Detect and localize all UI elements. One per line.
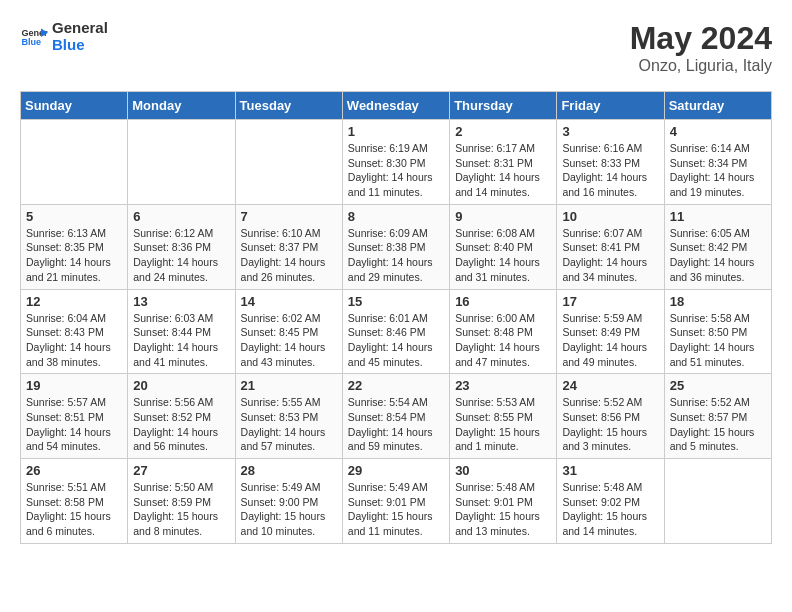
col-header-wednesday: Wednesday [342, 92, 449, 120]
day-number: 29 [348, 463, 444, 478]
calendar-cell: 21Sunrise: 5:55 AM Sunset: 8:53 PM Dayli… [235, 374, 342, 459]
cell-info: Sunrise: 6:07 AM Sunset: 8:41 PM Dayligh… [562, 226, 658, 285]
calendar-cell: 16Sunrise: 6:00 AM Sunset: 8:48 PM Dayli… [450, 289, 557, 374]
cell-info: Sunrise: 6:08 AM Sunset: 8:40 PM Dayligh… [455, 226, 551, 285]
day-number: 22 [348, 378, 444, 393]
cell-info: Sunrise: 5:55 AM Sunset: 8:53 PM Dayligh… [241, 395, 337, 454]
cell-info: Sunrise: 5:58 AM Sunset: 8:50 PM Dayligh… [670, 311, 766, 370]
day-number: 14 [241, 294, 337, 309]
cell-info: Sunrise: 5:53 AM Sunset: 8:55 PM Dayligh… [455, 395, 551, 454]
cell-info: Sunrise: 6:05 AM Sunset: 8:42 PM Dayligh… [670, 226, 766, 285]
cell-info: Sunrise: 6:12 AM Sunset: 8:36 PM Dayligh… [133, 226, 229, 285]
day-number: 31 [562, 463, 658, 478]
col-header-thursday: Thursday [450, 92, 557, 120]
cell-info: Sunrise: 6:01 AM Sunset: 8:46 PM Dayligh… [348, 311, 444, 370]
calendar-cell: 24Sunrise: 5:52 AM Sunset: 8:56 PM Dayli… [557, 374, 664, 459]
cell-info: Sunrise: 6:00 AM Sunset: 8:48 PM Dayligh… [455, 311, 551, 370]
calendar-cell: 9Sunrise: 6:08 AM Sunset: 8:40 PM Daylig… [450, 204, 557, 289]
day-number: 4 [670, 124, 766, 139]
cell-info: Sunrise: 6:03 AM Sunset: 8:44 PM Dayligh… [133, 311, 229, 370]
day-number: 30 [455, 463, 551, 478]
cell-info: Sunrise: 5:59 AM Sunset: 8:49 PM Dayligh… [562, 311, 658, 370]
calendar-week-5: 26Sunrise: 5:51 AM Sunset: 8:58 PM Dayli… [21, 459, 772, 544]
calendar-week-3: 12Sunrise: 6:04 AM Sunset: 8:43 PM Dayli… [21, 289, 772, 374]
cell-info: Sunrise: 6:10 AM Sunset: 8:37 PM Dayligh… [241, 226, 337, 285]
day-number: 21 [241, 378, 337, 393]
calendar-table: SundayMondayTuesdayWednesdayThursdayFrid… [20, 91, 772, 544]
col-header-friday: Friday [557, 92, 664, 120]
col-header-sunday: Sunday [21, 92, 128, 120]
cell-info: Sunrise: 6:04 AM Sunset: 8:43 PM Dayligh… [26, 311, 122, 370]
day-number: 9 [455, 209, 551, 224]
cell-info: Sunrise: 6:17 AM Sunset: 8:31 PM Dayligh… [455, 141, 551, 200]
cell-info: Sunrise: 6:09 AM Sunset: 8:38 PM Dayligh… [348, 226, 444, 285]
day-number: 20 [133, 378, 229, 393]
cell-info: Sunrise: 5:52 AM Sunset: 8:56 PM Dayligh… [562, 395, 658, 454]
calendar-cell: 31Sunrise: 5:48 AM Sunset: 9:02 PM Dayli… [557, 459, 664, 544]
calendar-cell: 1Sunrise: 6:19 AM Sunset: 8:30 PM Daylig… [342, 120, 449, 205]
calendar-week-1: 1Sunrise: 6:19 AM Sunset: 8:30 PM Daylig… [21, 120, 772, 205]
title-block: May 2024 Onzo, Liguria, Italy [630, 20, 772, 75]
calendar-cell: 23Sunrise: 5:53 AM Sunset: 8:55 PM Dayli… [450, 374, 557, 459]
cell-info: Sunrise: 6:13 AM Sunset: 8:35 PM Dayligh… [26, 226, 122, 285]
col-header-monday: Monday [128, 92, 235, 120]
calendar-cell: 17Sunrise: 5:59 AM Sunset: 8:49 PM Dayli… [557, 289, 664, 374]
calendar-cell: 22Sunrise: 5:54 AM Sunset: 8:54 PM Dayli… [342, 374, 449, 459]
calendar-cell: 20Sunrise: 5:56 AM Sunset: 8:52 PM Dayli… [128, 374, 235, 459]
calendar-week-4: 19Sunrise: 5:57 AM Sunset: 8:51 PM Dayli… [21, 374, 772, 459]
calendar-cell: 15Sunrise: 6:01 AM Sunset: 8:46 PM Dayli… [342, 289, 449, 374]
calendar-cell: 25Sunrise: 5:52 AM Sunset: 8:57 PM Dayli… [664, 374, 771, 459]
location: Onzo, Liguria, Italy [630, 57, 772, 75]
day-number: 28 [241, 463, 337, 478]
calendar-cell: 4Sunrise: 6:14 AM Sunset: 8:34 PM Daylig… [664, 120, 771, 205]
calendar-cell [235, 120, 342, 205]
logo-general: General [52, 20, 108, 37]
cell-info: Sunrise: 5:48 AM Sunset: 9:01 PM Dayligh… [455, 480, 551, 539]
cell-info: Sunrise: 6:19 AM Sunset: 8:30 PM Dayligh… [348, 141, 444, 200]
calendar-week-2: 5Sunrise: 6:13 AM Sunset: 8:35 PM Daylig… [21, 204, 772, 289]
day-number: 12 [26, 294, 122, 309]
calendar-cell: 27Sunrise: 5:50 AM Sunset: 8:59 PM Dayli… [128, 459, 235, 544]
calendar-cell: 30Sunrise: 5:48 AM Sunset: 9:01 PM Dayli… [450, 459, 557, 544]
calendar-cell: 7Sunrise: 6:10 AM Sunset: 8:37 PM Daylig… [235, 204, 342, 289]
calendar-cell: 28Sunrise: 5:49 AM Sunset: 9:00 PM Dayli… [235, 459, 342, 544]
calendar-cell: 2Sunrise: 6:17 AM Sunset: 8:31 PM Daylig… [450, 120, 557, 205]
calendar-cell: 18Sunrise: 5:58 AM Sunset: 8:50 PM Dayli… [664, 289, 771, 374]
calendar-cell: 8Sunrise: 6:09 AM Sunset: 8:38 PM Daylig… [342, 204, 449, 289]
day-number: 18 [670, 294, 766, 309]
calendar-cell: 11Sunrise: 6:05 AM Sunset: 8:42 PM Dayli… [664, 204, 771, 289]
col-header-saturday: Saturday [664, 92, 771, 120]
cell-info: Sunrise: 5:57 AM Sunset: 8:51 PM Dayligh… [26, 395, 122, 454]
cell-info: Sunrise: 6:02 AM Sunset: 8:45 PM Dayligh… [241, 311, 337, 370]
calendar-cell: 10Sunrise: 6:07 AM Sunset: 8:41 PM Dayli… [557, 204, 664, 289]
day-number: 6 [133, 209, 229, 224]
day-number: 5 [26, 209, 122, 224]
cell-info: Sunrise: 5:49 AM Sunset: 9:01 PM Dayligh… [348, 480, 444, 539]
calendar-cell [664, 459, 771, 544]
day-number: 11 [670, 209, 766, 224]
calendar-cell [128, 120, 235, 205]
cell-info: Sunrise: 5:54 AM Sunset: 8:54 PM Dayligh… [348, 395, 444, 454]
day-number: 13 [133, 294, 229, 309]
svg-text:Blue: Blue [21, 37, 41, 47]
day-number: 19 [26, 378, 122, 393]
cell-info: Sunrise: 5:48 AM Sunset: 9:02 PM Dayligh… [562, 480, 658, 539]
calendar-cell: 6Sunrise: 6:12 AM Sunset: 8:36 PM Daylig… [128, 204, 235, 289]
day-number: 2 [455, 124, 551, 139]
day-number: 26 [26, 463, 122, 478]
logo: General Blue General Blue [20, 20, 108, 53]
day-number: 8 [348, 209, 444, 224]
page-header: General Blue General Blue May 2024 Onzo,… [20, 20, 772, 75]
day-number: 16 [455, 294, 551, 309]
calendar-cell: 14Sunrise: 6:02 AM Sunset: 8:45 PM Dayli… [235, 289, 342, 374]
calendar-cell [21, 120, 128, 205]
day-number: 15 [348, 294, 444, 309]
cell-info: Sunrise: 5:52 AM Sunset: 8:57 PM Dayligh… [670, 395, 766, 454]
month-year: May 2024 [630, 20, 772, 57]
cell-info: Sunrise: 5:49 AM Sunset: 9:00 PM Dayligh… [241, 480, 337, 539]
cell-info: Sunrise: 6:16 AM Sunset: 8:33 PM Dayligh… [562, 141, 658, 200]
logo-icon: General Blue [20, 23, 48, 51]
col-header-tuesday: Tuesday [235, 92, 342, 120]
day-number: 27 [133, 463, 229, 478]
calendar-cell: 29Sunrise: 5:49 AM Sunset: 9:01 PM Dayli… [342, 459, 449, 544]
